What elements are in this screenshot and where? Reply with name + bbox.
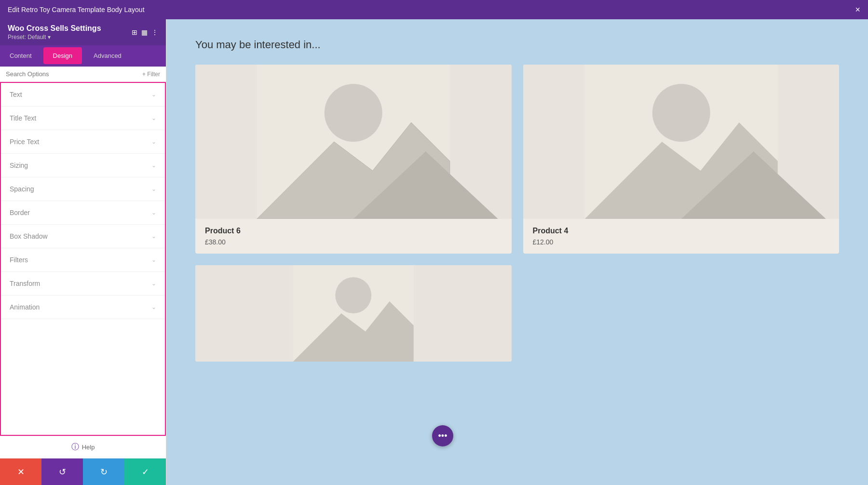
option-animation[interactable]: Animation ⌄ [1, 296, 165, 319]
redo-button[interactable]: ↻ [83, 458, 124, 485]
section-title: You may be interested in... [195, 39, 839, 51]
tabs-bar: Content Design Advanced [0, 45, 166, 67]
product-info-4: Product 4 £12.00 [523, 219, 840, 254]
chevron-down-icon: ⌄ [151, 162, 156, 169]
chevron-down-icon: ⌄ [151, 186, 156, 192]
grid-icon-button[interactable]: ▦ [141, 28, 148, 36]
more-icon-button[interactable]: ⋮ [151, 28, 158, 36]
option-transform[interactable]: Transform ⌄ [1, 272, 165, 296]
chevron-down-icon: ⌄ [151, 138, 156, 145]
search-bar: + Filter [0, 67, 166, 82]
product-grid: Product 6 £38.00 Product 4 £12.00 [195, 65, 839, 362]
undo-button[interactable]: ↺ [41, 458, 83, 485]
module-header: Woo Cross Sells Settings Preset: Default… [0, 19, 166, 45]
right-content: You may be interested in... Product 6 £3… [166, 19, 868, 485]
tab-advanced[interactable]: Advanced [84, 45, 131, 66]
top-bar: Edit Retro Toy Camera Template Body Layo… [0, 0, 868, 19]
save-button[interactable]: ✓ [124, 458, 166, 485]
option-border[interactable]: Border ⌄ [1, 201, 165, 225]
module-preset: Preset: Default ▾ [8, 34, 101, 40]
option-spacing[interactable]: Spacing ⌄ [1, 177, 165, 201]
chevron-down-icon: ⌄ [151, 115, 156, 121]
option-price-text[interactable]: Price Text ⌄ [1, 130, 165, 154]
product-name-6: Product 6 [205, 227, 502, 235]
option-box-shadow[interactable]: Box Shadow ⌄ [1, 225, 165, 248]
product-name-4: Product 4 [533, 227, 830, 235]
module-header-left: Woo Cross Sells Settings Preset: Default… [8, 24, 101, 40]
chevron-down-icon: ⌄ [151, 233, 156, 240]
product-card-3 [195, 265, 512, 362]
svg-point-10 [335, 277, 371, 313]
product-image-6 [195, 65, 512, 219]
option-sizing[interactable]: Sizing ⌄ [1, 154, 165, 177]
product-price-4: £12.00 [533, 238, 830, 246]
help-label[interactable]: Help [82, 444, 95, 451]
option-text[interactable]: Text ⌄ [1, 83, 165, 107]
svg-point-1 [325, 84, 382, 142]
option-title-text[interactable]: Title Text ⌄ [1, 107, 165, 130]
bottom-toolbar: ✕ ↺ ↻ ✓ [0, 458, 166, 485]
help-section: ⓘ Help [0, 436, 166, 458]
main-layout: Woo Cross Sells Settings Preset: Default… [0, 19, 868, 485]
product-price-6: £38.00 [205, 238, 502, 246]
search-input[interactable] [6, 70, 142, 78]
chevron-down-icon: ⌄ [151, 91, 156, 98]
window-close-button[interactable]: × [855, 5, 860, 15]
close-button[interactable]: ✕ [0, 458, 41, 485]
product-card-4: Product 4 £12.00 [523, 65, 840, 254]
product-card-6: Product 6 £38.00 [195, 65, 512, 254]
tab-content[interactable]: Content [0, 45, 41, 66]
tab-design[interactable]: Design [43, 47, 82, 64]
option-filters[interactable]: Filters ⌄ [1, 248, 165, 272]
module-title: Woo Cross Sells Settings [8, 24, 101, 33]
fab-more-button[interactable]: ••• [432, 425, 453, 446]
chevron-down-icon: ⌄ [151, 209, 156, 216]
help-icon: ⓘ [71, 442, 79, 452]
product-image-3 [195, 265, 512, 362]
product-image-4 [523, 65, 840, 219]
more-dots-icon: ••• [438, 431, 448, 441]
options-list: Text ⌄ Title Text ⌄ Price Text ⌄ Sizing … [0, 82, 166, 436]
svg-point-6 [652, 84, 710, 142]
product-info-6: Product 6 £38.00 [195, 219, 512, 254]
left-panel: Woo Cross Sells Settings Preset: Default… [0, 19, 166, 485]
copy-icon-button[interactable]: ⊞ [132, 28, 137, 36]
window-title: Edit Retro Toy Camera Template Body Layo… [8, 6, 145, 13]
filter-button[interactable]: + Filter [142, 71, 160, 78]
chevron-down-icon: ⌄ [151, 256, 156, 263]
chevron-down-icon: ⌄ [151, 280, 156, 287]
module-icons: ⊞ ▦ ⋮ [132, 28, 158, 36]
chevron-down-icon: ⌄ [151, 304, 156, 310]
